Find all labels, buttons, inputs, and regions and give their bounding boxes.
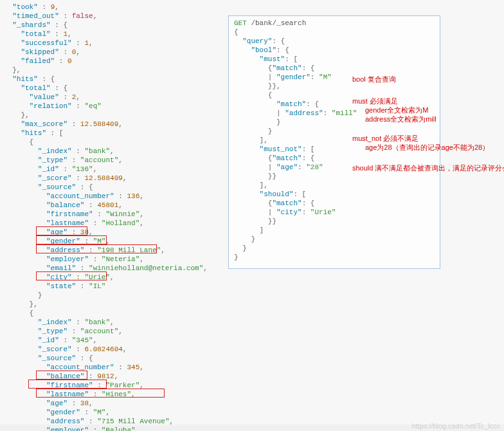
hit1-type: account bbox=[84, 327, 114, 335]
req-gender: M bbox=[323, 73, 328, 81]
hit0-gender: M bbox=[97, 237, 102, 245]
anno-must-l1: gender全文检索为M bbox=[365, 105, 428, 115]
hit0-employer: Neteria bbox=[105, 255, 135, 263]
hit0-email: winnieholland@neteria.com bbox=[93, 264, 199, 272]
hit0-acctnum: 136 bbox=[127, 192, 140, 200]
req-city: Urie bbox=[314, 208, 331, 216]
hit1-acctnum: 345 bbox=[127, 363, 140, 371]
hit1-firstname: Parker bbox=[110, 381, 136, 389]
hit1-age: 38 bbox=[80, 399, 89, 407]
anno-mustnot-l1: age为28（查询出的记录age不能为28） bbox=[365, 143, 489, 152]
hit0-index: bank bbox=[89, 147, 105, 155]
hit1-gender: M bbox=[97, 408, 102, 416]
hit0-state: IL bbox=[93, 282, 102, 290]
hit1-id: 345 bbox=[76, 336, 89, 344]
hit0-type: account bbox=[84, 156, 114, 164]
anno-mustnot-title: must_not 必须不满足 bbox=[352, 134, 419, 143]
watermark: https://blog.csdn.net/Tc_lccc bbox=[411, 422, 500, 430]
request-method: GET bbox=[234, 19, 247, 27]
hit1-index: bank bbox=[89, 318, 105, 326]
shards-failed: 0 bbox=[68, 57, 72, 65]
hit0-score: 12.588409 bbox=[84, 174, 122, 182]
hit1-employer: Baluba bbox=[105, 426, 131, 431]
anno-should: should 满不满足都会被查询出，满足的记录评分会更高 bbox=[352, 163, 504, 173]
hit0-balance: 45801 bbox=[97, 201, 118, 209]
hit0-city: Urie bbox=[89, 273, 105, 281]
hit1-lastname: Hines bbox=[105, 390, 127, 398]
req-address: mill bbox=[336, 109, 352, 117]
hits-relation: eq bbox=[89, 102, 97, 110]
hit0-lastname: Holland bbox=[105, 219, 135, 227]
hit1-score: 6.0824604 bbox=[84, 345, 122, 353]
hit0-address: 198 Mill Lane bbox=[102, 246, 157, 254]
request-path: /bank/_search bbox=[251, 19, 306, 27]
anno-must-title: must 必须满足 bbox=[352, 96, 398, 106]
anno-must-l2: address全文检索为mill bbox=[365, 115, 437, 124]
hit0-id: 136 bbox=[76, 165, 89, 173]
hit1-balance: 9812 bbox=[97, 372, 114, 380]
hit0-firstname: Winnie bbox=[110, 210, 136, 218]
hit1-address: 715 Mill Avenue bbox=[102, 417, 165, 425]
hit0-age: 38 bbox=[80, 228, 89, 236]
req-age: 28 bbox=[310, 163, 319, 171]
anno-bool: bool 复合查询 bbox=[352, 75, 396, 84]
max-score: 12.588409 bbox=[80, 120, 118, 128]
